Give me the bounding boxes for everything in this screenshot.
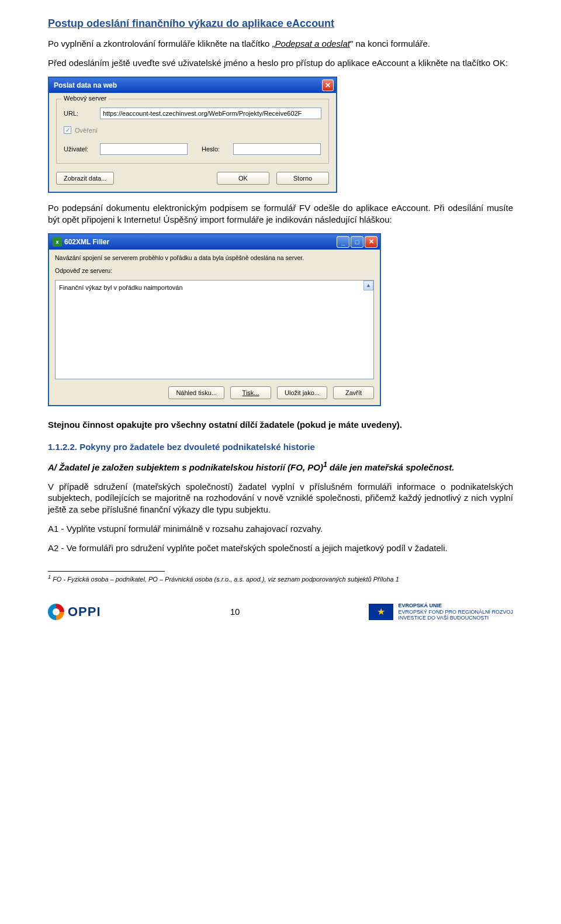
text: " na konci formuláře.	[350, 39, 430, 49]
button-name-emphasis: Podepsat a odeslat	[275, 39, 350, 49]
paragraph-pre-dialog1: Před odesláním ještě uveďte své uživatel…	[48, 57, 513, 68]
paragraph-pre-dialog2: Po podepsání dokumentu elektronickým pod…	[48, 202, 513, 224]
page-number: 10	[230, 607, 240, 617]
eu-line1: EVROPSKÁ UNIE	[398, 603, 513, 609]
eu-line3: INVESTICE DO VAŠÍ BUDOUCNOSTI	[398, 615, 513, 621]
paragraph-association: V případě sdružení (mateřských společnos…	[48, 481, 513, 515]
print-preview-button[interactable]: Náhled tisku...	[168, 386, 224, 399]
section-heading: Postup odeslání finančního výkazu do apl…	[48, 18, 513, 30]
paragraph-intro: Po vyplnění a zkontrolování formuláře kl…	[48, 38, 513, 49]
app-icon: x	[53, 237, 62, 247]
password-label: Heslo:	[202, 146, 233, 153]
paragraph-a1: A1 - Vyplňte vstupní formulář minimálně …	[48, 523, 513, 534]
footnote-separator	[48, 571, 165, 572]
cancel-button[interactable]: Storno	[276, 172, 329, 185]
dialog-title-text: 602XML Filler	[64, 238, 109, 246]
url-label: URL:	[64, 110, 100, 117]
eu-flag-icon: ★	[369, 604, 393, 620]
eu-logo-block: ★ EVROPSKÁ UNIE EVROPSKÝ FOND PRO REGION…	[369, 603, 513, 621]
eu-line2: EVROPSKÝ FOND PRO REGIONÁLNÍ ROZVOJ	[398, 609, 513, 615]
close-button[interactable]: Zavřít	[333, 386, 374, 399]
footnote-text: 1 FO - Fyzická osoba – podnikatel, PO – …	[48, 574, 513, 583]
status-message: Navázání spojení se serverem proběhlo v …	[55, 254, 374, 261]
dialog-title-text: Poslat data na web	[54, 81, 117, 89]
text: dále jen mateřská společnost.	[327, 462, 455, 472]
eu-text: EVROPSKÁ UNIE EVROPSKÝ FOND PRO REGIONÁL…	[398, 603, 513, 621]
url-input[interactable]	[100, 108, 321, 119]
close-icon[interactable]: ✕	[365, 236, 378, 248]
user-input[interactable]	[100, 143, 188, 155]
footnote-ref: 1	[323, 461, 327, 469]
paragraph-case-a: A/ Žadatel je založen subjektem s podnik…	[48, 460, 513, 473]
verify-checkbox[interactable]: ✓	[64, 126, 71, 134]
server-response-text: Finanční výkaz byl v pořádku naimportová…	[59, 284, 183, 291]
maximize-icon[interactable]: □	[351, 236, 363, 248]
user-label: Uživatel:	[64, 146, 100, 153]
fieldset-webserver: Webový server URL: ✓ Ověření Uživatel: H…	[56, 99, 329, 164]
dialog-filler-result: x 602XML Filler _ □ ✕ Navázání spojení s…	[48, 233, 381, 406]
paragraph-a2: A2 - Ve formuláři pro sdružení vyplňte p…	[48, 542, 513, 553]
subsection-heading: 1.1.2.2. Pokyny pro žadatele bez dvoulet…	[48, 442, 513, 452]
server-response-box[interactable]: Finanční výkaz byl v pořádku naimportová…	[55, 280, 374, 379]
ok-button[interactable]: OK	[217, 172, 269, 185]
response-label: Odpověď ze serveru:	[55, 267, 374, 274]
save-as-button[interactable]: Uložit jako...	[277, 386, 327, 399]
password-input[interactable]	[233, 143, 321, 155]
dialog-send-data: Poslat data na web ✕ Webový server URL: …	[48, 77, 337, 193]
fieldset-legend: Webový server	[61, 95, 109, 102]
oppi-text: OPPI	[68, 604, 101, 620]
close-icon[interactable]: ✕	[322, 79, 334, 91]
scroll-up-icon[interactable]: ▲	[363, 281, 373, 290]
dialog-titlebar: Poslat data na web ✕	[49, 78, 336, 93]
text: FO - Fyzická osoba – podnikatel, PO – Pr…	[51, 576, 399, 583]
verify-label: Ověření	[75, 127, 98, 134]
text: Po vyplnění a zkontrolování formuláře kl…	[48, 39, 275, 49]
show-data-button[interactable]: Zobrazit data...	[56, 172, 114, 185]
oppi-logo: OPPI	[48, 604, 101, 620]
dialog-titlebar: x 602XML Filler _ □ ✕	[49, 234, 380, 250]
minimize-icon[interactable]: _	[337, 236, 349, 248]
page-footer: OPPI 10 ★ EVROPSKÁ UNIE EVROPSKÝ FOND PR…	[0, 594, 561, 628]
text: A/ Žadatel je založen subjektem s podnik…	[48, 462, 323, 472]
paragraph-repeat-action: Stejnou činnost opakujte pro všechny ost…	[48, 419, 513, 430]
print-button[interactable]: Tisk...	[230, 386, 271, 399]
oppi-icon	[48, 604, 64, 620]
